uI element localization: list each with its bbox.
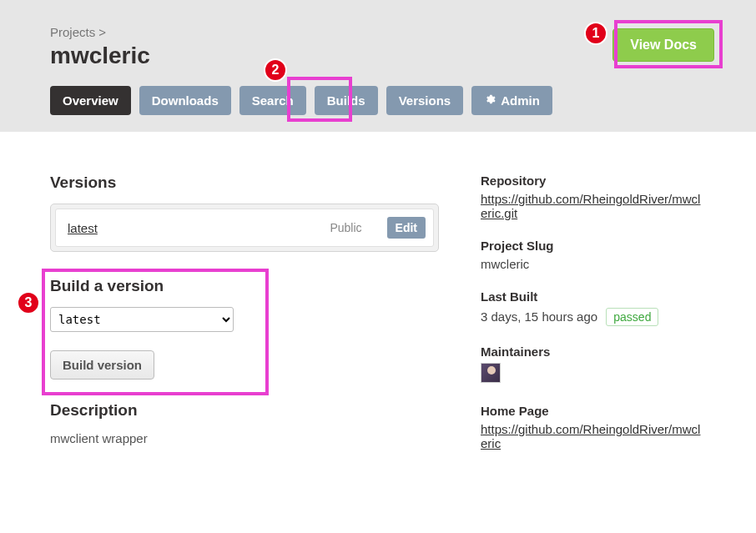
version-row-left: latest Public <box>68 221 387 235</box>
build-version-button[interactable]: Build version <box>50 350 154 380</box>
versions-box: latest Public Edit <box>50 204 439 252</box>
version-visibility: Public <box>330 221 361 234</box>
project-title: mwcleric <box>50 43 706 69</box>
tab-admin-label: Admin <box>501 93 540 108</box>
sidebar: Repository https://github.com/RheingoldR… <box>481 173 706 469</box>
build-status-badge: passed <box>606 308 658 326</box>
meta-repository-label: Repository <box>481 173 706 188</box>
tabs: Overview Downloads Search Builds Version… <box>50 86 706 115</box>
content: Versions latest Public Edit Build a vers… <box>0 132 756 510</box>
tab-overview[interactable]: Overview <box>50 86 131 115</box>
tab-admin[interactable]: Admin <box>471 86 552 115</box>
description-heading: Description <box>50 401 439 420</box>
tab-downloads[interactable]: Downloads <box>139 86 231 115</box>
meta-home-page-label: Home Page <box>481 404 706 418</box>
view-docs-button[interactable]: View Docs <box>612 28 714 62</box>
header: Projects > mwcleric View Docs Overview D… <box>0 0 756 132</box>
meta-repository-link[interactable]: https://github.com/RheingoldRiver/mwcler… <box>481 192 700 220</box>
meta-last-built: Last Built 3 days, 15 hours ago passed <box>481 289 706 326</box>
tab-builds[interactable]: Builds <box>315 86 378 115</box>
meta-maintainers: Maintainers <box>481 344 706 385</box>
build-heading: Build a version <box>50 277 439 295</box>
version-edit-button[interactable]: Edit <box>387 217 426 239</box>
meta-maintainers-label: Maintainers <box>481 344 706 359</box>
meta-repository: Repository https://github.com/RheingoldR… <box>481 173 706 220</box>
avatar <box>481 363 501 383</box>
meta-last-built-value-row: 3 days, 15 hours ago passed <box>481 308 706 326</box>
versions-heading: Versions <box>50 173 439 192</box>
meta-slug-value: mwcleric <box>481 257 706 271</box>
main-column: Versions latest Public Edit Build a vers… <box>50 173 439 469</box>
meta-home-page: Home Page https://github.com/RheingoldRi… <box>481 404 706 450</box>
breadcrumb: Projects > <box>50 25 706 39</box>
build-box: Build a version latest Build version <box>50 277 439 380</box>
build-version-select[interactable]: latest <box>50 307 234 332</box>
description-text: mwclient wrapper <box>50 431 439 445</box>
breadcrumb-sep: > <box>98 25 106 39</box>
meta-slug-label: Project Slug <box>481 239 706 253</box>
meta-home-page-link[interactable]: https://github.com/RheingoldRiver/mwcler… <box>481 422 700 450</box>
maintainer-avatar-link[interactable] <box>481 371 501 385</box>
meta-last-built-label: Last Built <box>481 289 706 304</box>
tab-search[interactable]: Search <box>239 86 306 115</box>
meta-last-built-value: 3 days, 15 hours ago <box>481 309 597 324</box>
gear-icon <box>484 93 496 108</box>
tab-versions[interactable]: Versions <box>386 86 464 115</box>
meta-slug: Project Slug mwcleric <box>481 239 706 271</box>
version-row: latest Public Edit <box>55 209 434 247</box>
breadcrumb-projects-link[interactable]: Projects <box>50 25 95 39</box>
version-name-link[interactable]: latest <box>68 221 313 235</box>
